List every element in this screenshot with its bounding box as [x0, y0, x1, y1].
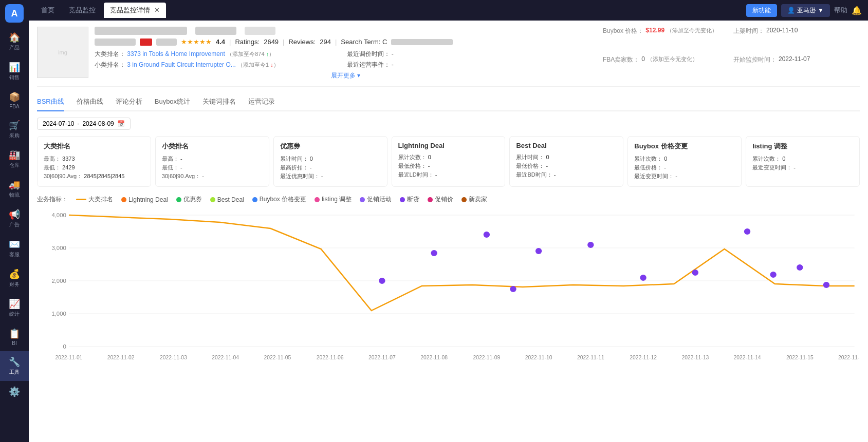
- stat-card-2: 优惠券 累计时间： 0 最高折扣： - 最近优惠时间： -: [273, 136, 387, 187]
- new-feature-button[interactable]: 新功能: [746, 4, 777, 17]
- stat-row-value: -: [435, 171, 437, 178]
- stat-row-value: 3373: [62, 156, 75, 162]
- stat-row-value: -: [675, 173, 677, 179]
- sidebar-item-finance[interactable]: 💰 财务: [0, 263, 29, 293]
- stat-row-6-1: 最近变更时间： -: [752, 164, 853, 171]
- bsr-chart: 4,000 3,000 2,000 1,000 0: [37, 208, 860, 372]
- svg-text:2022-11-14: 2022-11-14: [734, 355, 761, 360]
- stat-row-3-0: 累计次数： 0: [398, 153, 499, 161]
- ads-icon: 📢: [9, 209, 20, 220]
- legend-dot-out-of-stock: [400, 197, 405, 202]
- legend-label-new-seller: 新卖家: [469, 195, 487, 204]
- online-date-value: 2020-11-10: [766, 27, 798, 51]
- monitor-start-value: 2022-11-07: [779, 55, 810, 80]
- stat-title-2: 优惠券: [280, 142, 381, 151]
- tab-close-icon[interactable]: ✕: [154, 6, 160, 14]
- tab-review[interactable]: 评论分析: [116, 93, 142, 111]
- legend-item-promotion[interactable]: 促销活动: [360, 195, 392, 204]
- stat-row-3-2: 最近LD时间： -: [398, 171, 499, 179]
- fba-icon: 📦: [9, 91, 20, 103]
- svg-text:2022-11-08: 2022-11-08: [420, 355, 448, 360]
- sidebar-item-settings[interactable]: ⚙️: [0, 381, 29, 402]
- bell-icon[interactable]: 🔔: [852, 6, 862, 15]
- stat-row-6-0: 累计次数： 0: [752, 155, 853, 163]
- last-event-value: -: [392, 61, 394, 68]
- stats-icon: 📈: [9, 298, 20, 310]
- svg-text:2022-11-13: 2022-11-13: [681, 355, 709, 360]
- svg-text:2022-11-15: 2022-11-15: [786, 355, 814, 360]
- stat-row-label: 最高折扣：: [280, 164, 308, 170]
- small-rank-label: 小类排名：: [95, 61, 125, 68]
- svg-text:2022-11-06: 2022-11-06: [317, 355, 344, 360]
- legend-item-new-seller[interactable]: 新卖家: [461, 195, 487, 204]
- stat-row-value: -: [546, 163, 548, 169]
- search-term-blurred: [391, 39, 453, 45]
- sidebar-label-product: 产品: [9, 44, 20, 51]
- stat-row-value: -: [202, 173, 204, 179]
- nav-tab-home[interactable]: 首页: [35, 3, 61, 18]
- legend-item-promo-price[interactable]: 促销价: [428, 195, 453, 204]
- stat-row-label: 最近变更时间：: [752, 164, 792, 170]
- tab-ops[interactable]: 运营记录: [248, 93, 275, 111]
- account-button[interactable]: 👤 亚马逊 ▼: [781, 4, 830, 17]
- legend-label-lightning-deal: Lightning Deal: [128, 196, 168, 203]
- chart-tabs: BSR曲线 价格曲线 评论分析 Buybox统计 关键词排名 运营记录: [37, 93, 860, 111]
- stat-row-2-1: 最高折扣： -: [280, 164, 381, 171]
- sidebar-label-logistics: 物流: [9, 191, 20, 199]
- chevron-down-icon: ▼: [818, 7, 824, 14]
- stat-row-value: -: [321, 173, 323, 179]
- legend-label-coupon: 优惠券: [183, 195, 202, 204]
- tab-keyword[interactable]: 关键词排名: [202, 93, 236, 111]
- sidebar-item-stats[interactable]: 📈 统计: [0, 293, 29, 323]
- svg-text:2,000: 2,000: [51, 278, 66, 284]
- sidebar-item-customer[interactable]: ✉️ 客服: [0, 234, 29, 263]
- event-dot: [431, 250, 437, 256]
- sidebar-item-ads[interactable]: 📢 广告: [0, 204, 29, 234]
- stat-row-label: 最低：: [162, 164, 179, 170]
- tab-price[interactable]: 价格曲线: [77, 93, 103, 111]
- sidebar-item-warehouse[interactable]: 🏭 仓库: [0, 144, 29, 174]
- sidebar-item-logistics[interactable]: 🚚 物流: [0, 174, 29, 204]
- nav-tab-detail[interactable]: 竞品监控详情 ✕: [104, 3, 166, 18]
- stat-row-value: 0: [782, 156, 785, 162]
- legend-item-buybox-change[interactable]: Buybox 价格变更: [252, 195, 306, 204]
- legend-item-coupon[interactable]: 优惠券: [176, 195, 202, 204]
- fba-sellers-label: FBA卖家数：: [603, 55, 639, 80]
- svg-text:2022-11-05: 2022-11-05: [264, 355, 291, 360]
- tab-buybox[interactable]: Buybox统计: [155, 93, 190, 111]
- sidebar-item-product[interactable]: 🏠 产品: [0, 27, 29, 56]
- stat-title-0: 大类排名: [44, 142, 144, 151]
- expand-more-button[interactable]: 展开更多 ▾: [95, 71, 597, 80]
- stat-row-label: 累计时间：: [516, 154, 544, 160]
- stat-row-label: 30|60|90.Avg：: [44, 173, 82, 179]
- svg-text:0: 0: [63, 343, 66, 350]
- stat-card-3: Lightning Deal 累计次数： 0 最低价格： - 最近LD时间： -: [392, 136, 506, 187]
- event-dot: [770, 272, 776, 278]
- date-range-button[interactable]: 2024-07-10 - 2024-08-09 📅: [37, 118, 131, 130]
- legend-item-large-rank[interactable]: 大类排名: [76, 195, 113, 204]
- sidebar-item-fba[interactable]: 📦 FBA: [0, 86, 29, 114]
- last-check-row: 最近调价时间： -: [347, 50, 597, 59]
- legend-label: 业务指标：: [37, 195, 68, 204]
- legend-item-lightning-deal[interactable]: Lightning Deal: [121, 195, 168, 204]
- svg-text:2022-11-16: 2022-11-16: [838, 355, 860, 360]
- logistics-icon: 🚚: [9, 179, 20, 190]
- stat-row-0-1: 最低： 2429: [44, 164, 144, 171]
- sidebar-item-tools[interactable]: 🔧 工具: [0, 351, 29, 381]
- main-area: 首页 竞品监控 竞品监控详情 ✕ 新功能 👤 亚马逊 ▼ 帮助 🔔 img: [29, 0, 868, 442]
- stat-row-value: 0: [310, 156, 313, 162]
- legend-label-promotion: 促销活动: [367, 195, 392, 204]
- legend-item-listing-adjust[interactable]: listing 调整: [315, 195, 352, 204]
- sidebar-item-bi[interactable]: 📋 BI: [0, 323, 29, 351]
- stat-card-5: Buybox 价格变更 累计次数： 0 最低价格： - 最近变更时间： -: [627, 136, 742, 187]
- sidebar-item-sales[interactable]: 📊 销售: [0, 56, 29, 86]
- tab-bsr[interactable]: BSR曲线: [37, 93, 64, 111]
- legend-item-out-of-stock[interactable]: 断货: [400, 195, 419, 204]
- sidebar-label-finance: 财务: [9, 281, 20, 288]
- svg-text:2022-11-03: 2022-11-03: [160, 355, 187, 360]
- help-button[interactable]: 帮助: [834, 6, 847, 15]
- sidebar-item-purchase[interactable]: 🛒 采购: [0, 114, 29, 144]
- legend-item-best-deal[interactable]: Best Deal: [210, 195, 244, 204]
- nav-tab-monitor[interactable]: 竞品监控: [63, 3, 102, 18]
- product-details: ★★★★★ 4.4 | Ratings: 2649 | Reviews: 294…: [95, 27, 597, 80]
